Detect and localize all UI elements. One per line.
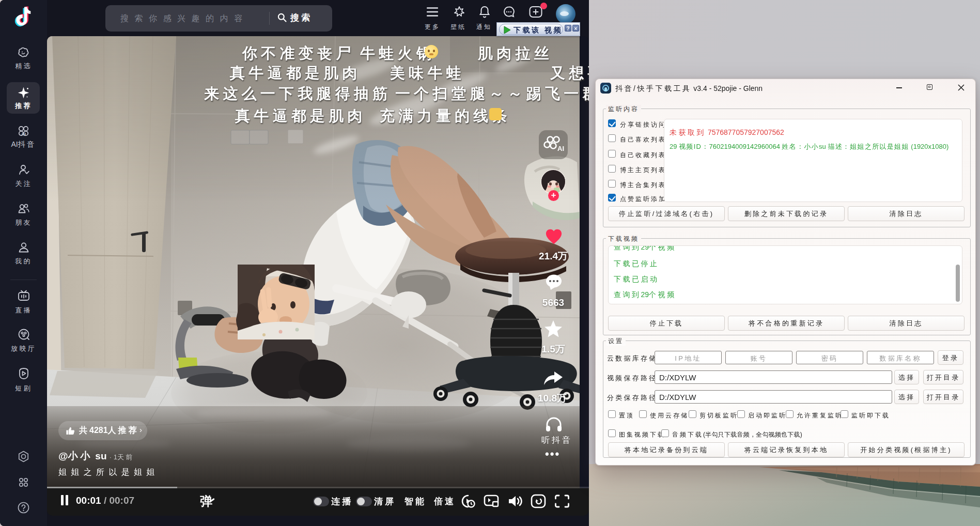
svg-text:AI: AI bbox=[557, 145, 564, 152]
svg-text:AI: AI bbox=[21, 132, 26, 137]
